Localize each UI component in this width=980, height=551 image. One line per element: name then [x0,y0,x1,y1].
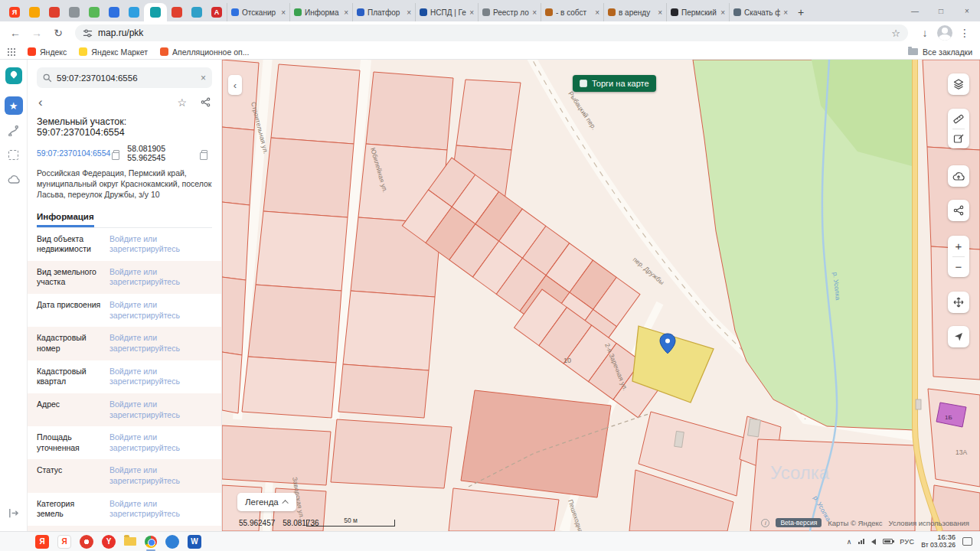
minimize-button[interactable]: — [902,0,928,21]
close-tab-icon[interactable]: × [783,8,788,17]
pinned-tab-mail[interactable] [24,3,44,21]
torgi-na-karte-button[interactable]: Торги на карте [573,75,656,92]
profile-avatar[interactable] [937,25,952,41]
upload-button[interactable] [948,165,969,187]
close-tab-icon[interactable]: × [658,8,662,17]
routes-tool-button[interactable] [5,121,23,139]
taskbar-blue-app-icon[interactable] [165,535,179,549]
panel-back-icon[interactable]: ‹ [38,96,43,109]
pinned-tab-scan[interactable] [44,3,64,21]
close-tab-icon[interactable]: × [595,8,599,17]
close-tab-icon[interactable]: × [281,8,286,17]
pinned-tab-docs[interactable] [124,3,144,21]
my-location-button[interactable] [948,326,969,347]
apps-grid-icon[interactable] [8,48,15,56]
map-canvas[interactable]: Усолка Строительная ул. Юбилейная ул. Ры… [222,60,980,531]
cadastral-map[interactable]: Усолка Строительная ул. Юбилейная ул. Ры… [222,60,980,531]
taskbar-yandex-icon[interactable]: Я [35,535,49,549]
taskbar-clock[interactable]: 16:36 Вт 03.03.26 [921,533,956,549]
back-button[interactable]: ← [6,24,24,42]
taskbar-record-icon[interactable] [80,535,93,549]
maps-copyright[interactable]: Карты © Яндекс [828,519,882,527]
share-map-button[interactable] [948,200,969,221]
auth-link[interactable]: Войдите или зарегистрируйтесь [109,499,212,520]
edit-button[interactable] [948,129,969,149]
taskbar-chrome-icon[interactable] [145,536,157,548]
network-icon[interactable] [858,539,864,544]
tune-icon[interactable] [83,28,93,38]
copy-icon[interactable] [201,150,207,156]
pinned-tab-earth[interactable] [187,3,207,21]
pinned-tab-yandex[interactable]: Я [5,3,24,21]
cloud-tool-button[interactable] [5,170,23,188]
torgi-checkbox[interactable] [580,80,587,87]
zoom-out-button[interactable]: − [948,257,969,277]
browser-menu-icon[interactable]: ⋮ [956,24,974,42]
bookmark-yandex-market[interactable]: Яндекс Маркет [79,47,148,57]
copy-icon[interactable] [113,150,119,156]
taskbar-explorer-icon[interactable] [124,537,136,546]
pinned-tab-geo[interactable] [84,3,104,21]
pinned-tab-blue[interactable] [104,3,124,21]
auth-link[interactable]: Войдите или зарегистрируйтесь [109,234,212,255]
tab-skachat[interactable]: Скачать ф× [729,3,792,21]
volume-icon[interactable] [871,539,876,545]
info-icon[interactable]: i [761,519,769,527]
close-window-button[interactable]: × [954,0,980,21]
close-tab-icon[interactable]: × [407,8,411,17]
reload-button[interactable]: ↻ [49,24,67,42]
all-bookmarks-button[interactable]: Все закладки [908,47,972,57]
tab-v-arendu[interactable]: в аренду× [603,3,666,21]
battery-icon[interactable] [883,539,893,544]
share-icon[interactable] [201,97,211,107]
tab-v-sobst[interactable]: - в собст× [541,3,603,21]
bookmark-apellyacionnoe[interactable]: Апелляционное оп... [160,47,249,57]
url-bar[interactable]: ☆ [75,24,908,41]
pinned-tab-globe[interactable] [64,3,84,21]
url-input[interactable] [98,28,886,38]
close-tab-icon[interactable]: × [469,8,474,17]
collapse-panel-button[interactable] [5,504,23,522]
auth-link[interactable]: Войдите или зарегистрируйтесь [109,267,212,288]
pan-button[interactable] [948,292,969,313]
pkk-logo[interactable] [5,67,22,84]
tab-nspd[interactable]: НСПД | Ге× [415,3,478,21]
forward-button[interactable]: → [28,24,46,42]
terms-link[interactable]: Условия использования [889,519,969,527]
favorite-star-icon[interactable]: ☆ [177,96,187,109]
pinned-tab-pkk-map-active[interactable] [144,3,167,21]
auth-link[interactable]: Войдите или зарегистрируйтесь [109,300,212,321]
cad-number-link[interactable]: 59:07:2370104:6554 [37,148,110,158]
tab-platfor[interactable]: Платфор× [352,3,415,21]
taskbar-yandex-browser-icon[interactable]: Y [102,535,116,549]
auth-link[interactable]: Войдите или зарегистрируйтесь [109,367,212,387]
search-box[interactable]: × [37,67,212,88]
select-area-tool-button[interactable] [5,145,23,164]
clear-search-icon[interactable]: × [201,73,206,83]
language-indicator[interactable]: РУС [900,538,914,546]
pinned-tab-pin[interactable] [167,3,187,21]
taskbar-yandex-alt-icon[interactable]: Я [57,535,71,549]
tab-otskanir[interactable]: Отсканир× [227,3,289,21]
tab-informa[interactable]: Информа× [289,3,352,21]
favorites-tool-button[interactable]: ★ [5,96,23,115]
auth-link[interactable]: Войдите или зарегистрируйтесь [109,465,212,486]
taskbar-word-icon[interactable]: W [188,535,201,549]
tab-reestr[interactable]: Реестр ло× [478,3,541,21]
tab-information[interactable]: Информация [37,212,94,227]
zoom-in-button[interactable]: + [948,236,969,256]
tab-permskiy[interactable]: Пермский× [666,3,729,21]
bookmark-yandex[interactable]: Яндекс [28,47,67,57]
close-tab-icon[interactable]: × [344,8,348,17]
auth-link[interactable]: Войдите или зарегистрируйтесь [109,432,212,453]
auth-link[interactable]: Войдите или зарегистрируйтесь [109,333,212,354]
bookmark-star-icon[interactable]: ☆ [891,28,900,39]
notification-center-icon[interactable] [962,537,972,546]
maximize-button[interactable]: □ [928,0,954,21]
pinned-tab-avito[interactable]: А [207,3,227,21]
tray-chevron-icon[interactable]: ∧ [847,538,852,546]
new-tab-button[interactable]: + [792,3,810,21]
collapse-sidebar-button[interactable]: ‹ [228,75,242,95]
close-tab-icon[interactable]: × [720,8,725,17]
close-tab-icon[interactable]: × [532,8,537,17]
